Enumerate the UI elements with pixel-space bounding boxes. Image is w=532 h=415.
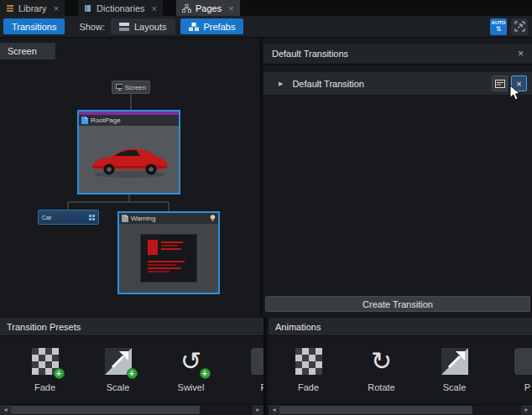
animation-label: Fade — [298, 382, 319, 392]
page-icon — [122, 215, 128, 222]
horizontal-scrollbar[interactable]: ◄ ► — [0, 404, 263, 415]
fit-to-screen-icon — [514, 21, 525, 32]
transitions-button[interactable]: Transitions — [3, 18, 65, 34]
toolbar-right-group: AUTO ⇅ — [490, 18, 528, 35]
node-rootpage[interactable]: RootPage — [77, 110, 180, 195]
close-icon[interactable]: × — [518, 48, 524, 60]
rootpage-preview — [79, 126, 179, 193]
close-icon[interactable]: × — [152, 3, 157, 13]
animations-list: Fade ↻ Rotate Scale P — [269, 336, 532, 404]
scroll-right-icon[interactable]: ► — [253, 405, 263, 415]
panel-title: Default Transitions — [272, 49, 348, 59]
animation-rotate[interactable]: ↻ Rotate — [345, 346, 418, 404]
dictionaries-icon — [84, 4, 92, 13]
node-label: Screen — [125, 84, 146, 91]
warning-preview — [119, 224, 218, 293]
presets-list: + Fade + Scale ↺ + Swivel + R — [0, 336, 263, 404]
rotate-icon: ↻ — [371, 348, 392, 375]
prefabs-label: Prefabs — [204, 22, 236, 32]
horizontal-scrollbar[interactable]: ◄ ► — [269, 404, 532, 415]
transition-presets-panel: Transition Presets + Fade + Scale ↺ + Sw… — [0, 318, 266, 415]
tab-label: Dictionaries — [96, 3, 144, 13]
node-warning[interactable]: Warning — [117, 211, 220, 294]
node-label: Warning — [131, 215, 156, 222]
panel-title: Transition Presets — [7, 322, 81, 332]
tab-pages[interactable]: Pages × — [176, 0, 240, 16]
panel-title: Animations — [275, 322, 321, 332]
node-screen[interactable]: Screen — [112, 80, 150, 94]
panel-header: Animations — [269, 318, 532, 336]
preset-label: Swivel — [178, 382, 205, 392]
fade-icon — [295, 348, 322, 375]
close-icon[interactable]: × — [54, 3, 59, 13]
prefabs-toggle[interactable]: Prefabs — [180, 18, 244, 34]
preset-fade[interactable]: + Fade — [8, 346, 81, 404]
animation-label: Rotate — [368, 382, 394, 392]
add-badge-icon: + — [127, 368, 138, 379]
close-icon[interactable]: × — [228, 3, 233, 13]
node-header[interactable]: Warning — [119, 213, 218, 224]
panel-header: Default Transitions × — [263, 44, 532, 65]
preset-swivel[interactable]: ↺ + Swivel — [154, 346, 227, 404]
animation-partial[interactable]: P — [491, 346, 532, 404]
monitor-icon — [116, 84, 123, 91]
preset-partial[interactable]: + R — [227, 346, 263, 404]
add-badge-icon: + — [200, 368, 211, 379]
transition-name: Default Transition — [292, 79, 364, 89]
create-transition-button[interactable]: Create Transition — [265, 296, 530, 312]
auto-arrange-button[interactable]: AUTO ⇅ — [490, 18, 507, 35]
layouts-label: Layouts — [134, 22, 167, 32]
fit-to-screen-button[interactable] — [511, 18, 528, 35]
layouts-toggle[interactable]: Layouts — [111, 18, 175, 34]
scrollbar-thumb[interactable] — [279, 406, 472, 414]
list-icon — [495, 80, 505, 88]
scale-icon — [441, 348, 468, 375]
kanzi-studio-window: Library × Dictionaries × Pages × Transit… — [0, 0, 532, 415]
preset-label: Scale — [107, 382, 130, 392]
panel-header: Transition Presets — [0, 318, 263, 336]
close-icon: × — [516, 79, 521, 89]
tab-screen[interactable]: Screen — [0, 43, 55, 60]
default-transitions-panel: Default Transitions × ▶ Default Transiti… — [263, 38, 532, 317]
red-car-image — [86, 139, 173, 179]
scroll-right-icon[interactable]: ► — [521, 405, 532, 415]
prefab-grid-icon — [89, 215, 95, 220]
remove-transition-button[interactable]: × — [511, 75, 527, 91]
default-transition-row[interactable]: ▶ Default Transition × — [263, 72, 532, 95]
prefabs-icon — [189, 23, 199, 31]
scroll-left-icon[interactable]: ◄ — [0, 405, 11, 415]
animation-scale[interactable]: Scale — [418, 346, 491, 404]
scrollbar-thumb[interactable] — [11, 406, 200, 414]
document-tabbar: Library × Dictionaries × Pages × — [0, 0, 532, 16]
animations-panel: Animations Fade ↻ Rotate Scale P — [269, 318, 532, 415]
preset-label: R — [261, 382, 263, 392]
tab-dictionaries[interactable]: Dictionaries × — [78, 0, 163, 16]
node-car[interactable]: Car — [38, 210, 99, 225]
preset-scale[interactable]: + Scale — [81, 346, 154, 404]
add-badge-icon: + — [54, 368, 65, 379]
animation-label: P — [524, 382, 530, 392]
animation-fade[interactable]: Fade — [272, 346, 345, 404]
node-label: RootPage — [91, 117, 121, 124]
scroll-left-icon[interactable]: ◄ — [269, 405, 279, 415]
tab-label: Library — [18, 3, 47, 13]
tab-label: Pages — [196, 3, 222, 13]
layouts-icon — [119, 23, 129, 31]
animation-label: Scale — [443, 382, 467, 392]
show-label: Show: — [79, 22, 105, 32]
page-icon — [81, 117, 88, 124]
up-down-arrows-icon: ⇅ — [496, 25, 502, 33]
animation-icon — [514, 348, 532, 375]
bulb-icon — [210, 215, 216, 222]
expander-icon[interactable]: ▶ — [279, 80, 283, 87]
graph-canvas[interactable]: Screen RootPage — [0, 38, 260, 317]
library-icon — [6, 4, 14, 13]
swivel-icon: ↺ — [180, 348, 201, 375]
tab-library[interactable]: Library × — [0, 0, 65, 16]
scrollbar-track[interactable] — [11, 405, 253, 415]
node-header[interactable]: RootPage — [79, 115, 179, 126]
pages-toolbar: Transitions Show: Layouts Prefabs AUTO ⇅ — [0, 16, 532, 38]
scrollbar-track[interactable] — [279, 405, 521, 415]
open-in-library-button[interactable] — [492, 75, 508, 91]
pages-icon — [182, 4, 191, 13]
